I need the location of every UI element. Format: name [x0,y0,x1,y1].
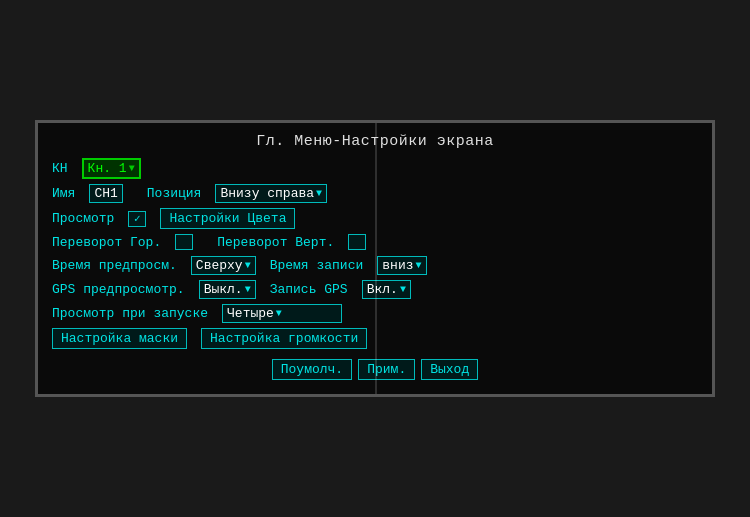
gps-preview-label: GPS предпросмотр. [52,282,185,297]
main-screen: Гл. Меню-Настройки экрана КН Кн. 1 ▼ Имя… [35,120,715,397]
row-name-position: Имя СН1 Позиция Внизу справа ▼ [52,184,698,203]
kn-value: Кн. 1 [88,161,127,176]
gps-preview-arrow-icon: ▼ [245,284,251,295]
gps-preview-select[interactable]: Выкл. ▼ [199,280,256,299]
record-time-label: Время записи [270,258,364,273]
position-label: Позиция [147,186,202,201]
preview-time-select[interactable]: Сверху ▼ [191,256,256,275]
launch-preview-arrow-icon: ▼ [276,308,282,319]
default-button[interactable]: Поумолч. [272,359,352,380]
row-launch-preview: Просмотр при запуске Четыре ▼ [52,304,698,323]
preview-label: Просмотр [52,211,114,226]
action-buttons: Поумолч. Прим. Выход [52,359,698,380]
gps-record-select[interactable]: Вкл. ▼ [362,280,411,299]
gps-record-value: Вкл. [367,282,398,297]
row-flip: Переворот Гор. Переворот Верт. [52,234,698,250]
color-settings-button[interactable]: Настройки Цвета [160,208,295,229]
mask-settings-button[interactable]: Настройка маски [52,328,187,349]
record-time-arrow-icon: ▼ [416,260,422,271]
row-times: Время предпросм. Сверху ▼ Время записи в… [52,256,698,275]
kn-label: КН [52,161,68,176]
record-time-select[interactable]: вниз ▼ [377,256,426,275]
flip-hor-label: Переворот Гор. [52,235,161,250]
flip-vert-label: Переворот Верт. [217,235,334,250]
row-preview-color: Просмотр ✓ Настройки Цвета [52,208,698,229]
preview-checkbox[interactable]: ✓ [128,211,146,227]
title-text: Гл. Меню-Настройки экрана [256,133,494,150]
gps-record-arrow-icon: ▼ [400,284,406,295]
record-time-value: вниз [382,258,413,273]
position-value: Внизу справа [220,186,314,201]
name-label: Имя [52,186,75,201]
launch-preview-label: Просмотр при запуске [52,306,208,321]
row-gps: GPS предпросмотр. Выкл. ▼ Запись GPS Вкл… [52,280,698,299]
preview-time-label: Время предпросм. [52,258,177,273]
volume-settings-button[interactable]: Настройка громкости [201,328,367,349]
preview-time-arrow-icon: ▼ [245,260,251,271]
preview-time-value: Сверху [196,258,243,273]
position-select[interactable]: Внизу справа ▼ [215,184,327,203]
kn-select[interactable]: Кн. 1 ▼ [82,158,141,179]
row-mask-volume: Настройка маски Настройка громкости [52,328,698,349]
row-kn: КН Кн. 1 ▼ [52,158,698,179]
apply-button[interactable]: Прим. [358,359,415,380]
gps-preview-value: Выкл. [204,282,243,297]
flip-vert-checkbox[interactable] [348,234,366,250]
launch-preview-select[interactable]: Четыре ▼ [222,304,342,323]
exit-button[interactable]: Выход [421,359,478,380]
position-arrow-icon: ▼ [316,188,322,199]
gps-record-label: Запись GPS [270,282,348,297]
check-icon: ✓ [134,212,141,225]
name-field[interactable]: СН1 [89,184,122,203]
title-bar: Гл. Меню-Настройки экрана [52,133,698,150]
flip-hor-checkbox[interactable] [175,234,193,250]
launch-preview-value: Четыре [227,306,274,321]
kn-arrow-icon: ▼ [129,163,135,174]
